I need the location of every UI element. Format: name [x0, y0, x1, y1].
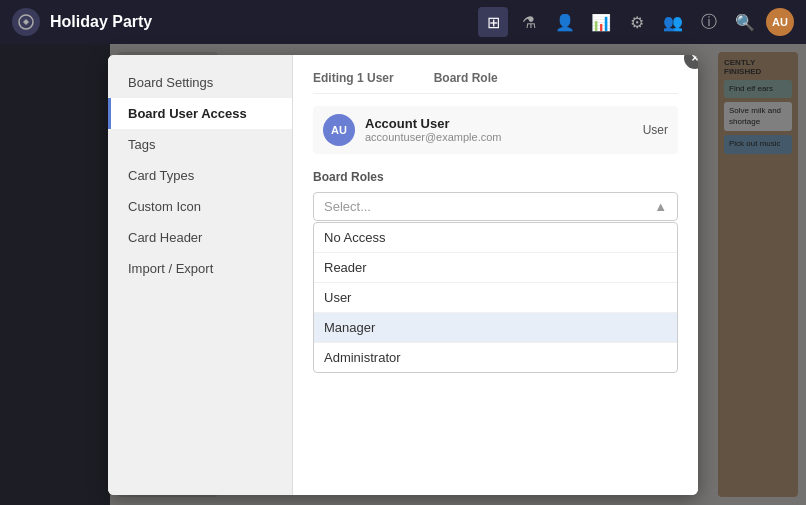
avatar[interactable]: AU [766, 8, 794, 36]
user-name: Account User [365, 116, 633, 131]
nav-custom-icon[interactable]: Custom Icon [108, 191, 292, 222]
modal-overlay: × Board Settings Board User Access Tags … [0, 44, 806, 505]
settings-modal: × Board Settings Board User Access Tags … [108, 55, 698, 495]
dropdown-placeholder: Select... [324, 199, 371, 214]
page-title: Holiday Party [50, 13, 468, 31]
user-avatar: AU [323, 114, 355, 146]
app-logo[interactable] [12, 8, 40, 36]
nav-import-export[interactable]: Import / Export [108, 253, 292, 284]
editing-label: Editing 1 User [313, 71, 394, 85]
user-role: User [643, 123, 668, 137]
user-info: Account User accountuser@example.com [365, 116, 633, 143]
topbar-icons: ⊞ ⚗ 👤 📊 ⚙ 👥 ⓘ 🔍 AU [478, 7, 794, 37]
roles-dropdown-container: Select... ▲ No Access Reader User Manage… [313, 192, 678, 373]
info-icon[interactable]: ⓘ [694, 7, 724, 37]
role-administrator[interactable]: Administrator [314, 343, 677, 372]
user-icon[interactable]: 👤 [550, 7, 580, 37]
nav-tags[interactable]: Tags [108, 129, 292, 160]
role-user[interactable]: User [314, 283, 677, 313]
topbar: Holiday Party ⊞ ⚗ 👤 📊 ⚙ 👥 ⓘ 🔍 AU [0, 0, 806, 44]
dropdown-list: No Access Reader User Manager Administra… [313, 222, 678, 373]
role-no-access[interactable]: No Access [314, 223, 677, 253]
board-roles-label: Board Roles [313, 170, 678, 184]
nav-board-settings[interactable]: Board Settings [108, 67, 292, 98]
filter-icon[interactable]: ⚗ [514, 7, 544, 37]
user-row: AU Account User accountuser@example.com … [313, 106, 678, 154]
chevron-up-icon: ▲ [654, 199, 667, 214]
section-headers: Editing 1 User Board Role [313, 71, 678, 94]
view-icon[interactable]: ⊞ [478, 7, 508, 37]
nav-card-header[interactable]: Card Header [108, 222, 292, 253]
role-reader[interactable]: Reader [314, 253, 677, 283]
role-manager[interactable]: Manager [314, 313, 677, 343]
board-role-label: Board Role [434, 71, 498, 85]
nav-board-user-access[interactable]: Board User Access [108, 98, 292, 129]
roles-dropdown[interactable]: Select... ▲ [313, 192, 678, 221]
search-icon[interactable]: 🔍 [730, 7, 760, 37]
user-email: accountuser@example.com [365, 131, 633, 143]
settings-icon[interactable]: ⚙ [622, 7, 652, 37]
modal-nav: Board Settings Board User Access Tags Ca… [108, 55, 293, 495]
modal-content: Editing 1 User Board Role AU Account Use… [293, 55, 698, 495]
nav-card-types[interactable]: Card Types [108, 160, 292, 191]
chart-icon[interactable]: 📊 [586, 7, 616, 37]
add-user-icon[interactable]: 👥 [658, 7, 688, 37]
